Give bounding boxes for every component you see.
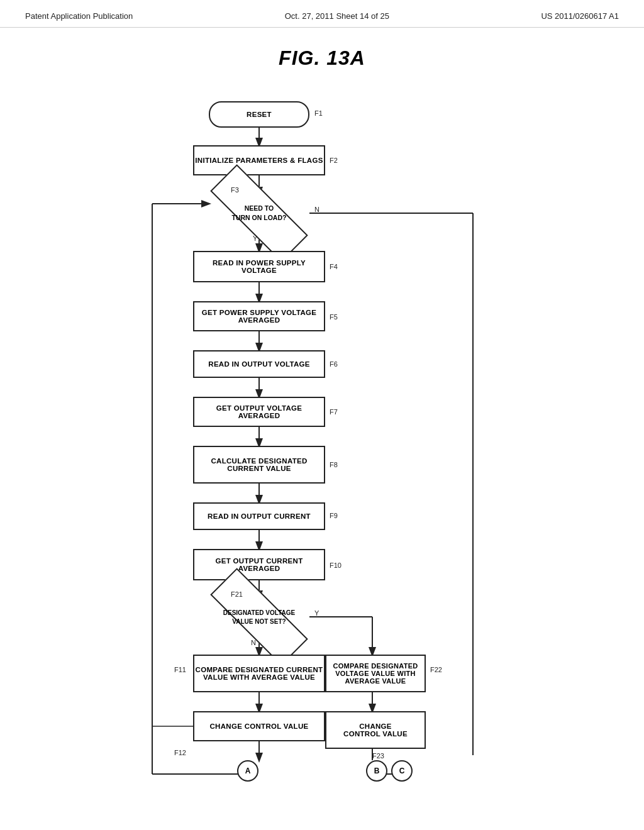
label-f6: F6	[330, 360, 338, 368]
node-designated-voltage-check: DESIGNATED VOLTAGE VALUE NOT SET?	[209, 598, 309, 636]
node-calculate-designated-current: CALCULATE DESIGNATED CURRENT VALUE	[193, 446, 325, 484]
node-initialize: INITIALIZE PARAMETERS & FLAGS	[193, 145, 325, 175]
main-content: FIG. 13A	[0, 28, 644, 812]
node-read-output-voltage: READ IN OUTPUT VOLTAGE	[193, 350, 325, 378]
label-f21-y: Y	[314, 609, 319, 617]
header-left: Patent Application Publication	[25, 11, 133, 21]
label-f8: F8	[330, 461, 338, 468]
page-header: Patent Application Publication Oct. 27, …	[0, 0, 644, 28]
node-circle-c: C	[391, 760, 413, 782]
node-compare-current-avg: COMPARE DESIGNATED CURRENT VALUE WITH AV…	[193, 655, 325, 692]
label-f21: F21	[231, 590, 243, 598]
label-f12: F12	[174, 749, 186, 756]
node-read-output-current: READ IN OUTPUT CURRENT	[193, 502, 325, 530]
label-f3-n: N	[314, 206, 319, 213]
label-f3-y: Y	[253, 235, 257, 242]
node-read-power-voltage: READ IN POWER SUPPLY VOLTAGE	[193, 251, 325, 282]
label-f11: F11	[174, 666, 186, 673]
header-center: Oct. 27, 2011 Sheet 14 of 25	[285, 11, 389, 21]
node-get-output-voltage-averaged: GET OUTPUT VOLTAGE AVERAGED	[193, 397, 325, 427]
figure-title: FIG. 13A	[0, 47, 644, 70]
label-f23: F23	[372, 752, 384, 760]
label-f21-n: N	[251, 639, 256, 646]
node-change-control-left: CHANGE CONTROL VALUE	[193, 711, 325, 741]
label-f1: F1	[314, 109, 323, 117]
label-f10: F10	[330, 562, 341, 569]
label-f4: F4	[330, 263, 338, 270]
label-f7: F7	[330, 408, 338, 416]
node-circle-a: A	[237, 760, 258, 782]
node-reset: RESET	[209, 101, 309, 128]
flowchart: RESET F1 INITIALIZE PARAMETERS & FLAGS F…	[102, 89, 542, 799]
label-f5: F5	[330, 313, 338, 321]
node-change-control-right: CHANGE CONTROL VALUE	[325, 711, 426, 749]
label-f2: F2	[330, 157, 338, 164]
node-get-power-averaged: GET POWER SUPPLY VOLTAGE AVERAGED	[193, 301, 325, 331]
node-circle-b: B	[366, 760, 387, 782]
header-right: US 2011/0260617 A1	[541, 11, 619, 21]
node-need-to-turn-on: NEED TO TURN ON LOAD?	[209, 194, 309, 232]
label-f3: F3	[231, 186, 239, 194]
flowchart-arrows	[102, 89, 542, 799]
node-get-output-current-averaged: GET OUTPUT CURRENT AVERAGED	[193, 549, 325, 580]
label-f9: F9	[330, 512, 338, 519]
node-compare-voltage-avg: COMPARE DESIGNATED VOLTAGE VALUE WITH AV…	[325, 655, 426, 692]
label-f22: F22	[430, 666, 442, 673]
